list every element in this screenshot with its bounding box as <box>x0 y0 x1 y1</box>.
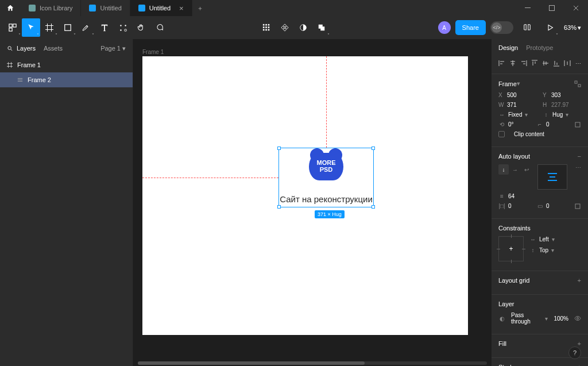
corner-field[interactable]: ⌐0 <box>536 121 568 128</box>
design-tab[interactable]: Design <box>498 44 518 51</box>
mask-icon[interactable] <box>294 18 312 37</box>
minimize-button[interactable] <box>516 0 540 16</box>
independent-corners-icon[interactable] <box>574 122 581 128</box>
h-value: 227.97 <box>551 102 569 108</box>
padding-h-field[interactable]: |□|0 <box>498 203 531 209</box>
selection-handle[interactable] <box>277 205 281 209</box>
svg-point-8 <box>120 29 121 30</box>
page-selector[interactable]: Page 1▾ <box>100 45 126 52</box>
horizontal-scrollbar[interactable] <box>138 361 487 365</box>
layer-row-selected[interactable]: Frame 2 <box>0 72 133 87</box>
comment-tool[interactable] <box>150 18 169 37</box>
more-options-icon[interactable]: ⋯ <box>575 164 581 171</box>
canvas[interactable]: Frame 1 MORE PSD Сайт на реконструкции 3… <box>133 39 492 366</box>
shape-tool[interactable] <box>59 18 77 37</box>
pen-tool[interactable] <box>77 18 95 37</box>
independent-padding-icon[interactable] <box>574 203 581 209</box>
align-vcenter-icon[interactable] <box>541 59 550 68</box>
more-align-icon[interactable]: ⋯ <box>574 59 582 68</box>
assets-tab-label: Assets <box>44 45 63 52</box>
assets-tab[interactable]: Assets <box>44 45 63 52</box>
plus-icon[interactable]: + <box>578 364 581 366</box>
move-tool[interactable] <box>22 18 40 37</box>
constraint-h-field[interactable]: ↔Left▾ <box>529 236 581 242</box>
add-tab-button[interactable]: ＋ <box>192 4 208 13</box>
section-title: Constraints <box>498 225 531 232</box>
plus-icon[interactable]: + <box>578 340 581 347</box>
align-right-icon[interactable] <box>519 59 528 68</box>
prototype-tab[interactable]: Prototype <box>526 44 553 51</box>
library-icon[interactable] <box>518 18 536 37</box>
hand-tool[interactable] <box>132 18 150 37</box>
boolean-icon[interactable] <box>312 18 331 37</box>
align-left-icon[interactable] <box>497 59 506 68</box>
frame-tool[interactable] <box>40 18 59 37</box>
distribute-icon[interactable] <box>563 59 571 68</box>
frame-label[interactable]: Frame 1 <box>142 49 164 55</box>
alignment-box[interactable] <box>537 164 567 190</box>
close-window-button[interactable] <box>564 0 588 16</box>
file-tab-active[interactable]: Untitled × <box>130 0 192 16</box>
share-button[interactable]: Share <box>455 20 486 35</box>
constraint-diagram[interactable]: + <box>498 236 524 261</box>
w-field[interactable]: W371 <box>498 102 537 108</box>
share-label: Share <box>462 24 479 31</box>
visibility-icon[interactable] <box>574 315 581 322</box>
play-button[interactable] <box>541 18 559 37</box>
opacity-value[interactable]: 100% <box>554 315 568 322</box>
maximize-button[interactable] <box>540 0 564 16</box>
padding-v-icon: ▭ <box>536 203 543 209</box>
h-field[interactable]: H227.97 <box>543 102 581 108</box>
svg-point-7 <box>125 25 126 26</box>
plus-icon[interactable]: + <box>578 277 581 284</box>
clip-content-checkbox[interactable] <box>498 131 505 137</box>
chevron-down-icon: ▾ <box>122 45 126 52</box>
frame[interactable]: MORE PSD Сайт на реконструкции 371 × Hug <box>142 56 468 335</box>
x-field[interactable]: X500 <box>498 92 537 98</box>
text-tool[interactable] <box>95 18 114 37</box>
close-tab-icon[interactable]: × <box>179 4 184 13</box>
toolbar-center <box>257 18 331 37</box>
file-icon <box>29 5 36 11</box>
layer-row[interactable]: Frame 1 <box>0 57 133 72</box>
svg-rect-2 <box>9 24 12 27</box>
selection-handle[interactable] <box>372 205 375 209</box>
resources-tool[interactable] <box>114 18 132 37</box>
home-button[interactable] <box>0 0 21 16</box>
file-tab[interactable]: Untitled <box>81 0 130 16</box>
align-top-icon[interactable] <box>530 59 539 68</box>
svg-rect-17 <box>265 29 267 31</box>
selection-box[interactable]: MORE PSD Сайт на реконструкции <box>278 148 374 207</box>
direction-vertical-icon[interactable]: ↓ <box>498 164 509 175</box>
chevron-down-icon[interactable]: ▾ <box>517 80 520 87</box>
avatar[interactable]: A <box>438 21 451 34</box>
rotation-field[interactable]: ⟲0° <box>498 121 531 128</box>
scrollbar-thumb[interactable] <box>138 361 365 365</box>
y-field[interactable]: Y303 <box>543 92 581 98</box>
gap-field[interactable]: ≡64 <box>498 193 581 199</box>
blend-mode[interactable]: Pass through <box>511 312 539 325</box>
zoom-control[interactable]: 63%▾ <box>564 24 585 32</box>
resize-to-fit-icon[interactable] <box>574 80 581 87</box>
v-resize-field[interactable]: ↕Hug▾ <box>543 111 581 118</box>
svg-rect-15 <box>268 26 270 28</box>
align-hcenter-icon[interactable] <box>508 59 517 68</box>
layers-tab[interactable]: Layers <box>7 45 36 52</box>
svg-rect-21 <box>320 26 324 30</box>
selection-handle[interactable] <box>277 147 281 150</box>
grid-icon[interactable] <box>257 18 276 37</box>
menu-button[interactable] <box>3 18 22 37</box>
direction-horizontal-icon[interactable]: → <box>510 164 520 175</box>
h-resize-field[interactable]: ↔Fixed▾ <box>498 111 537 118</box>
minus-icon[interactable]: − <box>578 153 581 160</box>
direction-wrap-icon[interactable]: ↩ <box>521 164 532 175</box>
constraint-v-field[interactable]: ↕Top▾ <box>529 247 581 253</box>
file-tab[interactable]: Icon Library <box>21 0 81 16</box>
frame-icon <box>6 62 14 68</box>
dev-mode-toggle[interactable]: </> <box>490 21 513 34</box>
help-button[interactable]: ? <box>568 346 581 359</box>
align-bottom-icon[interactable] <box>552 59 560 68</box>
component-icon[interactable] <box>276 18 294 37</box>
selection-handle[interactable] <box>372 147 375 150</box>
padding-v-field[interactable]: ▭0 <box>536 203 568 209</box>
